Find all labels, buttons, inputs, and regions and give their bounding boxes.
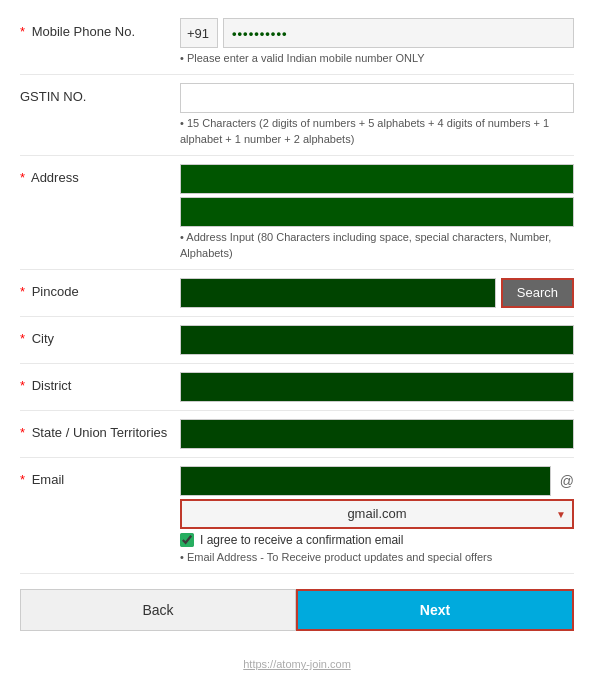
pincode-input[interactable]: [180, 278, 496, 308]
district-row: * District: [20, 364, 574, 411]
state-field: [180, 419, 574, 449]
mobile-input-group: +91: [180, 18, 574, 48]
city-input[interactable]: [180, 325, 574, 355]
mobile-hint: • Please enter a valid Indian mobile num…: [180, 51, 574, 66]
email-domain-select[interactable]: gmail.com yahoo.com outlook.com hotmail.…: [180, 499, 574, 529]
footer-buttons: Back Next: [20, 589, 574, 631]
required-star-state: *: [20, 425, 25, 440]
watermark: https://atomy-join.com: [243, 658, 351, 670]
mobile-phone-row: * Mobile Phone No. +91 • Please enter a …: [20, 10, 574, 75]
next-button[interactable]: Next: [296, 589, 574, 631]
email-consent-label: I agree to receive a confirmation email: [200, 533, 403, 547]
state-input[interactable]: [180, 419, 574, 449]
address-line2-input[interactable]: [180, 197, 574, 227]
email-hint: • Email Address - To Receive product upd…: [180, 550, 574, 565]
required-star: *: [20, 24, 25, 39]
gstin-row: GSTIN NO. • 15 Characters (2 digits of n…: [20, 75, 574, 156]
email-consent-row: I agree to receive a confirmation email: [180, 533, 574, 547]
email-domain-wrapper: gmail.com yahoo.com outlook.com hotmail.…: [180, 499, 574, 529]
address-hint: • Address Input (80 Characters including…: [180, 230, 574, 261]
mobile-prefix: +91: [180, 18, 218, 48]
state-label: * State / Union Territories: [20, 419, 180, 440]
at-symbol: @: [556, 473, 574, 489]
gstin-hint: • 15 Characters (2 digits of numbers + 5…: [180, 116, 574, 147]
required-star-email: *: [20, 472, 25, 487]
gstin-input[interactable]: [180, 83, 574, 113]
email-part1-group: @: [180, 466, 574, 496]
mobile-label: * Mobile Phone No.: [20, 18, 180, 39]
district-input[interactable]: [180, 372, 574, 402]
required-star-address: *: [20, 170, 25, 185]
pincode-label: * Pincode: [20, 278, 180, 299]
pincode-input-group: Search: [180, 278, 574, 308]
mobile-field: +91 • Please enter a valid Indian mobile…: [180, 18, 574, 66]
gstin-field: • 15 Characters (2 digits of numbers + 5…: [180, 83, 574, 147]
required-star-pincode: *: [20, 284, 25, 299]
back-button[interactable]: Back: [20, 589, 296, 631]
city-label: * City: [20, 325, 180, 346]
address-line1-input[interactable]: [180, 164, 574, 194]
address-label: * Address: [20, 164, 180, 185]
email-consent-checkbox[interactable]: [180, 533, 194, 547]
registration-form: * Mobile Phone No. +91 • Please enter a …: [0, 0, 594, 651]
city-field: [180, 325, 574, 355]
search-button[interactable]: Search: [501, 278, 574, 308]
required-star-city: *: [20, 331, 25, 346]
state-row: * State / Union Territories: [20, 411, 574, 458]
required-star-district: *: [20, 378, 25, 393]
email-row: * Email @ gmail.com yahoo.com outlook.co…: [20, 458, 574, 574]
gstin-label: GSTIN NO.: [20, 83, 180, 104]
district-label: * District: [20, 372, 180, 393]
mobile-input[interactable]: [223, 18, 574, 48]
pincode-row: * Pincode Search: [20, 270, 574, 317]
email-field: @ gmail.com yahoo.com outlook.com hotmai…: [180, 466, 574, 565]
email-label: * Email: [20, 466, 180, 487]
district-field: [180, 372, 574, 402]
pincode-field: Search: [180, 278, 574, 308]
city-row: * City: [20, 317, 574, 364]
email-username-input[interactable]: [180, 466, 551, 496]
address-field: • Address Input (80 Characters including…: [180, 164, 574, 261]
address-row: * Address • Address Input (80 Characters…: [20, 156, 574, 270]
